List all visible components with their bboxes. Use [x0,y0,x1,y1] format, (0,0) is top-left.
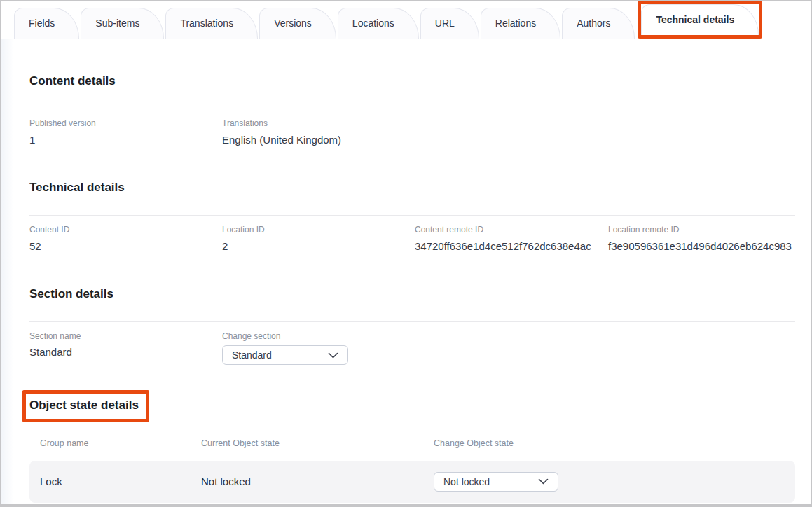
field-label: Translations [222,118,414,128]
technical-details-page: Fields Sub-items Translations Versions L… [0,0,812,507]
chevron-down-icon [328,352,338,359]
field-location-remote-id: Location remote ID f3e90596361e31d496d40… [608,225,795,254]
technical-details-title: Technical details [29,180,795,195]
field-section-name: Section name Standard [29,331,221,365]
field-label: Content ID [29,225,221,235]
field-change-section: Change section Standard [222,331,414,365]
section-object-state-details: Object state details Group name Current … [29,390,795,502]
tab-fields[interactable]: Fields [14,8,79,39]
select-value: Standard [232,349,272,361]
section-technical-details: Technical details Content ID 52 Location… [29,180,795,254]
section-content-details: Content details Published version 1 Tran… [29,74,795,147]
field-value: English (United Kingdom) [222,133,414,147]
tab-technical-details[interactable]: Technical details [641,4,759,35]
change-object-state-cell: Not locked [434,472,795,492]
field-value: f3e90596361e31d496d4026eb624c983 [608,239,795,254]
field-label: Location ID [222,225,414,235]
table-row: Lock Not locked Not locked [29,461,795,503]
select-value: Not locked [443,476,490,487]
annotation-box-technical-details-tab: Technical details [638,1,762,39]
field-content-id: Content ID 52 [29,225,221,254]
divider [29,109,795,109]
column-header-change-object-state: Change Object state [434,438,795,448]
content-area: Content details Published version 1 Tran… [1,39,811,503]
change-object-state-select[interactable]: Not locked [434,472,558,492]
current-object-state-cell: Not locked [201,475,434,487]
field-label: Section name [29,331,221,341]
field-location-id: Location ID 2 [222,225,414,254]
column-header-current-object-state: Current Object state [201,438,434,448]
divider [29,429,795,429]
tab-url[interactable]: URL [420,8,479,39]
tab-relations[interactable]: Relations [481,8,560,39]
field-content-remote-id: Content remote ID 34720ff636e1d4ce512f76… [415,225,607,254]
section-details-fields: Section name Standard Change section Sta… [29,331,795,365]
section-details-title: Section details [29,286,795,301]
tab-authors[interactable]: Authors [562,8,635,39]
field-value: 2 [222,239,414,254]
tab-versions[interactable]: Versions [259,8,336,39]
field-label: Change section [222,331,414,341]
chevron-down-icon [538,478,549,485]
change-section-select[interactable]: Standard [222,345,348,365]
field-published-version: Published version 1 [29,118,221,147]
object-state-table-header: Group name Current Object state Change O… [29,438,795,448]
tab-locations[interactable]: Locations [338,8,419,39]
tab-sub-items[interactable]: Sub-items [81,8,164,39]
field-label: Content remote ID [415,225,607,235]
field-label: Location remote ID [608,225,795,235]
tab-translations[interactable]: Translations [165,8,258,39]
section-section-details: Section details Section name Standard Ch… [29,286,795,366]
divider [29,321,795,322]
content-details-fields: Published version 1 Translations English… [29,118,795,147]
technical-details-fields: Content ID 52 Location ID 2 Content remo… [29,225,795,254]
column-header-group-name: Group name [40,438,201,448]
object-state-details-title: Object state details [29,398,139,412]
divider [29,215,795,216]
field-value: Standard [29,345,221,359]
field-value: 1 [29,133,221,147]
annotation-box-object-state-details: Object state details [22,390,149,422]
field-value: 52 [29,239,221,254]
field-value: 34720ff636e1d4ce512f762dc638e4ac [415,239,607,254]
tab-bar: Fields Sub-items Translations Versions L… [1,1,811,39]
group-name-cell: Lock [40,475,201,487]
field-translations: Translations English (United Kingdom) [222,118,414,147]
content-details-title: Content details [29,74,795,88]
field-label: Published version [29,118,221,128]
